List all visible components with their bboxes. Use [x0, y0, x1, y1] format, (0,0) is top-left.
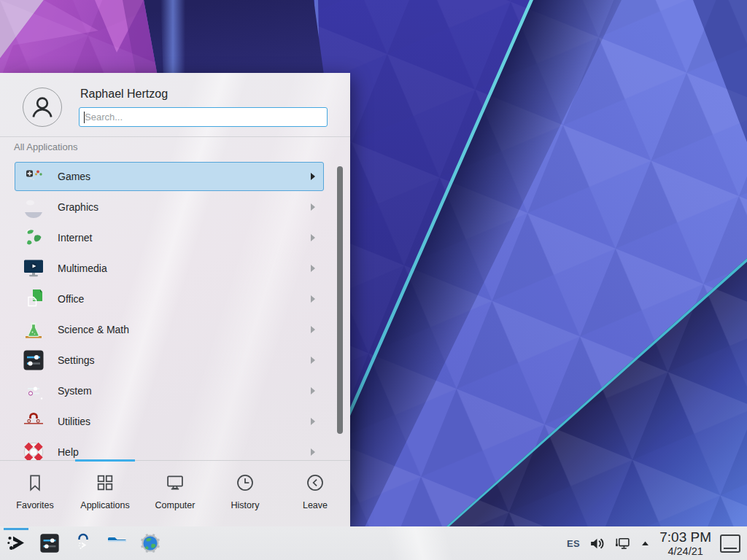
folder-icon — [106, 532, 128, 554]
volume-icon[interactable] — [589, 535, 605, 552]
submenu-arrow-icon — [311, 357, 315, 364]
science-flask-icon — [22, 318, 45, 341]
tab-label: Computer — [155, 500, 196, 510]
tab-computer[interactable]: Computer — [140, 461, 210, 526]
category-label: Utilities — [58, 416, 90, 427]
application-launcher-button[interactable] — [5, 532, 27, 554]
tab-label: Favorites — [16, 500, 53, 510]
history-clock-icon — [235, 472, 255, 493]
category-label: Multimedia — [58, 262, 107, 274]
tab-favorites[interactable]: Favorites — [0, 461, 70, 526]
graphics-sphere-icon — [22, 195, 45, 219]
category-row-office[interactable]: Office — [15, 284, 324, 314]
network-icon[interactable] — [614, 535, 631, 552]
digital-clock[interactable]: 7:03 PM 4/24/21 — [659, 530, 711, 557]
lifebuoy-icon — [22, 440, 45, 460]
gamepad-icon — [22, 165, 45, 188]
file-manager-button[interactable] — [106, 532, 128, 554]
category-row-help[interactable]: Help — [15, 438, 324, 460]
submenu-arrow-icon — [311, 418, 315, 425]
submenu-arrow-icon — [311, 173, 315, 180]
app-grid-icon — [95, 472, 115, 493]
leave-circle-icon — [305, 472, 325, 493]
system-settings-button[interactable] — [39, 532, 61, 554]
category-label: Internet — [58, 232, 92, 244]
header-separator — [0, 136, 350, 137]
submenu-arrow-icon — [311, 295, 315, 303]
multimedia-monitor-icon — [22, 257, 45, 280]
tab-label: Applications — [80, 500, 129, 510]
tab-label: History — [231, 500, 260, 510]
person-icon — [28, 93, 56, 121]
search-input[interactable] — [85, 112, 327, 122]
settings-sliders-icon — [22, 349, 45, 372]
tab-applications[interactable]: Applications — [70, 461, 140, 526]
show-desktop-button[interactable] — [720, 534, 740, 553]
toolbox-icon — [22, 410, 45, 433]
submenu-arrow-icon — [311, 203, 315, 211]
category-row-graphics[interactable]: Graphics — [15, 192, 324, 222]
launcher-header: Raphael Hertzog — [0, 73, 350, 136]
tab-history[interactable]: History — [210, 461, 280, 526]
category-label: System — [58, 385, 92, 397]
category-row-multimedia[interactable]: Multimedia — [15, 254, 324, 283]
category-row-system[interactable]: System — [15, 376, 324, 405]
category-row-internet[interactable]: Internet — [15, 223, 324, 252]
kali-menu-icon — [5, 532, 27, 554]
computer-monitor-icon — [165, 472, 185, 493]
appstore-bag-icon — [72, 532, 94, 554]
list-scrollbar[interactable] — [337, 166, 343, 434]
clock-date: 4/24/21 — [659, 546, 711, 557]
application-launcher-menu: Raphael Hertzog All Applications Games G… — [0, 73, 350, 526]
system-tray: ES 7:03 PM 4/24/21 — [567, 530, 747, 557]
tab-leave[interactable]: Leave — [280, 461, 350, 526]
globe-gear-icon — [139, 532, 161, 554]
category-label: Help — [58, 446, 79, 458]
clock-time: 7:03 PM — [659, 530, 711, 544]
category-list: Games Graphics Internet Multimedia Offic — [0, 162, 350, 460]
section-label: All Applications — [14, 141, 77, 152]
category-row-games[interactable]: Games — [15, 162, 324, 191]
submenu-arrow-icon — [311, 448, 315, 456]
keyboard-layout-indicator[interactable]: ES — [567, 538, 580, 549]
category-row-settings[interactable]: Settings — [15, 346, 324, 375]
software-store-button[interactable] — [72, 532, 94, 554]
user-avatar[interactable] — [23, 88, 62, 127]
category-row-utilities[interactable]: Utilities — [15, 407, 324, 436]
submenu-arrow-icon — [311, 234, 315, 241]
category-label: Office — [58, 293, 84, 305]
globe-icon — [22, 226, 45, 249]
submenu-arrow-icon — [311, 265, 315, 272]
submenu-arrow-icon — [311, 326, 315, 333]
office-documents-icon — [22, 287, 45, 311]
bookmark-icon — [25, 472, 45, 493]
user-name: Raphael Hertzog — [80, 88, 168, 101]
settings-sliders-icon — [39, 532, 61, 554]
category-label: Games — [58, 171, 90, 182]
expand-caret-icon[interactable] — [640, 538, 651, 549]
web-browser-button[interactable] — [139, 532, 161, 554]
system-gradient-icon — [22, 379, 45, 402]
category-label: Graphics — [58, 201, 98, 213]
desktop: Raphael Hertzog All Applications Games G… — [0, 0, 747, 560]
category-label: Science & Math — [58, 324, 129, 335]
tab-label: Leave — [303, 500, 328, 510]
launcher-tabbar: Favorites Applications Computer History … — [0, 460, 350, 526]
pinned-apps — [0, 532, 161, 554]
search-box[interactable] — [79, 107, 328, 127]
submenu-arrow-icon — [311, 387, 315, 394]
taskbar-panel: ES 7:03 PM 4/24/21 — [0, 526, 747, 560]
category-row-science-math[interactable]: Science & Math — [15, 315, 324, 344]
category-label: Settings — [58, 354, 95, 366]
